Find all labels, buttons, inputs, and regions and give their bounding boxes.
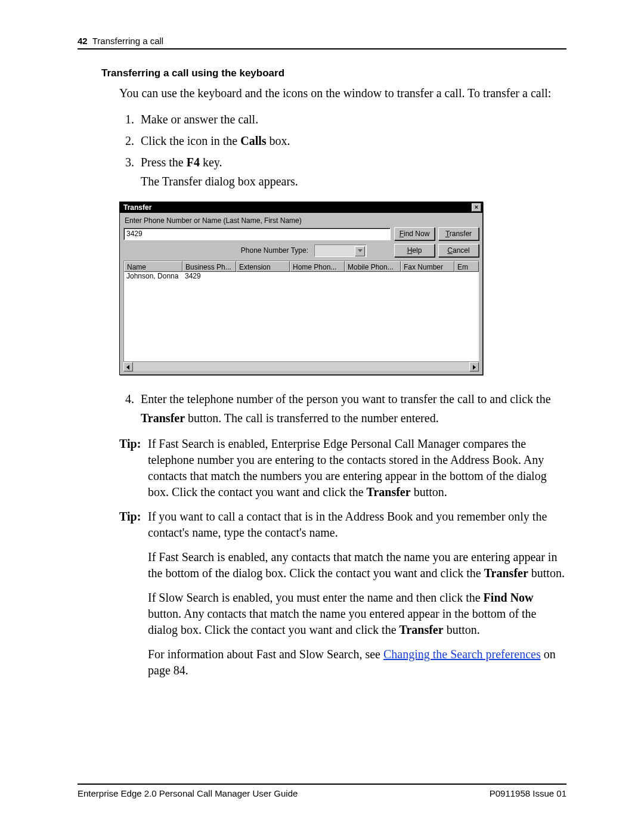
changing-search-preferences-link[interactable]: Changing the Search preferences [383,648,541,661]
grid-header: Name Business Ph... Extension Home Phon.… [123,261,479,272]
find-now-button[interactable]: Find Now [394,227,435,240]
phone-number-type-label: Phone Number Type: [241,246,308,255]
footer-right: P0911958 Issue 01 [490,788,566,798]
col-name[interactable]: Name [124,261,182,272]
step-4: Enter the telephone number of the person… [137,389,566,428]
cancel-button[interactable]: Cancel [438,244,479,257]
dialog-titlebar: Transfer × [120,202,482,213]
footer-left: Enterprise Edge 2.0 Personal Call Manage… [78,788,298,798]
tip-2: Tip: If you want to call a contact that … [119,509,566,679]
chevron-down-icon [358,249,363,252]
table-row[interactable]: Johnson, Donna 3429 [124,272,478,280]
col-extension[interactable]: Extension [236,261,290,272]
step-2: Click the icon in the Calls box. [137,131,566,150]
col-em[interactable]: Em [454,261,479,272]
horizontal-scrollbar[interactable] [123,361,479,371]
intro-paragraph: You can use the keyboard and the icons o… [119,85,566,101]
tip-1: Tip: If Fast Search is enabled, Enterpri… [119,436,566,500]
input-label: Enter Phone Number or Name (Last Name, F… [125,216,479,225]
page-header: 42 Transferring a call [78,36,566,49]
phone-name-input[interactable]: 3429 [123,228,391,240]
close-icon[interactable]: × [472,203,481,212]
scroll-right-icon[interactable] [469,362,479,371]
page-number: 42 [78,36,88,46]
step-1: Make or answer the call. [137,110,566,129]
transfer-button[interactable]: Transfer [438,227,479,240]
help-button[interactable]: Help [394,244,435,257]
steps-list: Make or answer the call. Click the icon … [119,110,566,191]
steps-list-cont: Enter the telephone number of the person… [119,389,566,428]
running-title: Transferring a call [92,36,164,46]
col-business[interactable]: Business Ph... [182,261,236,272]
page-footer: Enterprise Edge 2.0 Personal Call Manage… [78,784,566,798]
section-title: Transferring a call using the keyboard [101,67,566,79]
grid-body[interactable]: Johnson, Donna 3429 [123,272,479,361]
phone-number-type-select[interactable] [314,244,367,257]
scroll-left-icon[interactable] [123,362,133,371]
step-3: Press the F4 key. The Transfer dialog bo… [137,153,566,191]
col-home[interactable]: Home Phon... [290,261,345,272]
col-fax[interactable]: Fax Number [401,261,454,272]
dialog-title: Transfer [123,203,151,212]
col-mobile[interactable]: Mobile Phon... [345,261,401,272]
transfer-dialog: Transfer × Enter Phone Number or Name (L… [119,202,483,375]
